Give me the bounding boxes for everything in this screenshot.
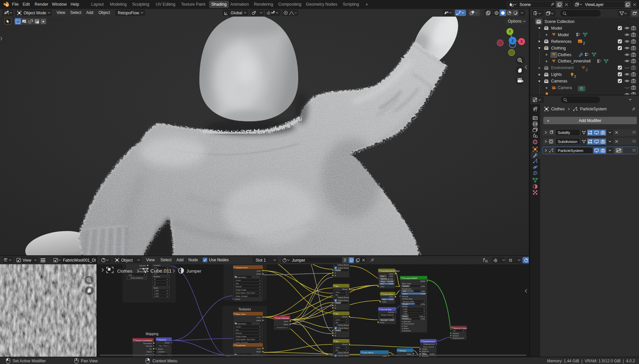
svg-text:Scale: Scale	[153, 287, 158, 289]
svg-text:Alpha: Alpha	[256, 351, 261, 353]
svg-text:Result: Result	[342, 288, 347, 290]
svg-text:Mapping: Mapping	[146, 332, 158, 336]
svg-text:1.000: 1.000	[388, 299, 393, 301]
svg-text:0.020: 0.020	[430, 353, 434, 355]
svg-text:1.000: 1.000	[154, 295, 159, 297]
svg-text:Color Attribute: Color Attribute	[276, 317, 289, 319]
svg-text:Base Color: Base Color	[402, 283, 411, 285]
svg-text:Cube.011: Cube.011	[150, 268, 172, 274]
svg-text:▸ Transmission: ▸ Transmission	[402, 323, 414, 325]
svg-text:Color: Color	[335, 319, 340, 321]
svg-text:Color: Color	[257, 316, 261, 318]
svg-text:Factor: Factor	[335, 269, 341, 271]
svg-text:Mix: Mix	[335, 313, 338, 315]
svg-text:Clamp Result: Clamp Result	[338, 324, 349, 326]
svg-text:0.280: 0.280	[403, 310, 407, 312]
svg-text:Displacement: Displacement	[423, 340, 435, 342]
svg-text:0°: 0°	[154, 284, 156, 286]
svg-text:UV: UV	[149, 348, 152, 350]
svg-text:Mix: Mix	[335, 349, 338, 351]
svg-text:Weight: Weight	[403, 303, 408, 305]
svg-text:Height: Height	[422, 348, 427, 350]
svg-text:IOR: IOR	[403, 290, 406, 292]
svg-text:Vector: Vector	[158, 348, 163, 350]
svg-text:Volume: Volume	[453, 335, 459, 337]
svg-text:Mix: Mix	[335, 321, 338, 323]
svg-text:0.280: 0.280	[403, 308, 407, 310]
svg-text:Normal: Normal	[388, 311, 394, 313]
svg-text:1.000: 1.000	[154, 293, 159, 295]
svg-text:Value: Value	[381, 281, 385, 283]
svg-text:Tangent Space: Tangent Space	[381, 314, 393, 316]
svg-text:Rotation: Rotation	[153, 276, 160, 278]
svg-text:Color: Color	[389, 296, 393, 298]
svg-text:Metallic: Metallic	[403, 285, 409, 287]
svg-text:Color: Color	[257, 348, 261, 350]
svg-text:CheckerCol: CheckerCol	[276, 326, 286, 328]
svg-text:FabricWool...: FabricWool...	[237, 276, 247, 278]
svg-text:Color: Color	[257, 270, 261, 272]
svg-text:Surface: Surface	[453, 332, 459, 334]
svg-text:Vector: Vector	[235, 298, 240, 300]
svg-text:Normal: Normal	[146, 345, 152, 347]
svg-text:Fac: Fac	[383, 299, 386, 301]
svg-text:0.500: 0.500	[388, 278, 393, 280]
svg-text:Clothes: Clothes	[117, 269, 132, 274]
svg-text:Saturation: Saturation	[381, 278, 389, 280]
svg-text:Generated: Generated	[143, 342, 152, 344]
svg-text:Mix: Mix	[335, 340, 338, 342]
svg-text:Displacement: Displacement	[236, 267, 248, 269]
svg-text:Clamp Result: Clamp Result	[338, 264, 349, 266]
svg-text:Object: Object	[146, 351, 152, 353]
svg-text:A: A	[335, 304, 336, 306]
svg-text:Linear: Linear	[236, 326, 241, 328]
svg-text:Roughness: Roughness	[236, 344, 246, 346]
svg-text:Normal Map: Normal Map	[381, 308, 392, 310]
svg-text:Random Walk: Random Walk	[403, 301, 414, 303]
svg-text:Textures: Textures	[238, 307, 251, 311]
svg-text:Location: Location	[158, 351, 165, 353]
svg-text:B: B	[335, 275, 336, 277]
svg-text:Clamp Factor: Clamp Factor	[338, 300, 349, 302]
svg-text:Vector: Vector	[164, 342, 170, 344]
svg-text:Repeat: Repeat	[236, 286, 242, 288]
svg-text:Principled BSDF: Principled BSDF	[403, 277, 417, 279]
svg-text:Base Color: Base Color	[236, 313, 246, 315]
svg-text:16.300: 16.300	[387, 281, 393, 283]
svg-text:Color: Color	[335, 291, 340, 293]
svg-text:Invert Color: Invert Color	[383, 293, 393, 295]
svg-text:0.000: 0.000	[420, 318, 425, 320]
svg-text:Color: Color	[380, 286, 384, 288]
svg-text:A: A	[335, 332, 336, 334]
svg-text:Single Image: Single Image	[236, 289, 246, 291]
svg-text:Hue/Saturation/Value: Hue/Saturation/Value	[381, 270, 400, 272]
svg-text:Color: Color	[380, 321, 384, 323]
svg-text:Scale: Scale	[403, 315, 407, 317]
svg-text:Flat: Flat	[236, 329, 239, 331]
svg-text:Type Point: Type Point	[158, 345, 168, 347]
svg-text:Value: Value	[407, 353, 411, 355]
svg-text:Radius: Radius	[402, 305, 408, 307]
svg-text:1.000: 1.000	[389, 319, 394, 321]
svg-text:Alpha Straight: Alpha Straight	[236, 295, 248, 297]
svg-text:Factor: Factor	[335, 302, 341, 304]
svg-text:0°: 0°	[154, 281, 156, 283]
svg-text:Color: Color	[335, 346, 340, 348]
svg-text:Linear: Linear	[236, 279, 241, 281]
svg-text:Color: Color	[284, 320, 288, 322]
svg-text:Midlevel: Midlevel	[422, 350, 429, 352]
svg-text:0.550: 0.550	[420, 303, 425, 305]
svg-text:Factor: Factor	[335, 329, 341, 331]
svg-text:Jumper: Jumper	[186, 269, 202, 274]
svg-text:▾ Subsurface: ▾ Subsurface	[402, 298, 413, 300]
svg-text:▸ Emission: ▸ Emission	[402, 330, 411, 332]
svg-text:Scale: Scale	[423, 353, 427, 355]
svg-text:Alpha: Alpha	[256, 273, 261, 275]
svg-text:Flat: Flat	[236, 283, 239, 285]
svg-text:Alpha: Alpha	[284, 323, 289, 325]
svg-text:▸ Sheen: ▸ Sheen	[402, 327, 409, 329]
svg-text:Color Ramp: Color Ramp	[363, 352, 374, 354]
svg-text:Color Space Non-Color: Color Space Non-Color	[236, 292, 255, 294]
svg-text:Location: Location	[153, 264, 160, 266]
svg-text:Displacement: Displacement	[424, 343, 435, 345]
